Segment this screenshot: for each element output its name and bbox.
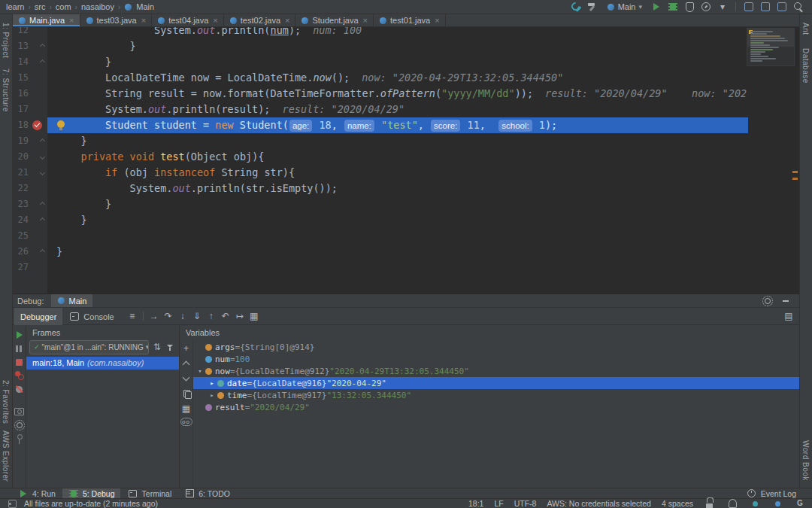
copy-icon[interactable] xyxy=(180,388,192,400)
menu-icon[interactable]: ≡ xyxy=(126,310,138,322)
tool-window-button[interactable]: AWS Explorer xyxy=(2,430,10,482)
breadcrumb-item[interactable]: com xyxy=(56,2,71,11)
fold-marker-icon[interactable] xyxy=(40,154,45,160)
fold-marker-icon[interactable] xyxy=(40,202,45,207)
code-line[interactable]: 27 xyxy=(13,260,799,275)
code-line[interactable]: 19 } xyxy=(13,133,799,149)
pin-icon[interactable] xyxy=(14,433,26,445)
fold-marker-icon[interactable] xyxy=(40,44,45,49)
tool-window-button[interactable]: 2: Favorites xyxy=(2,380,10,424)
show-execution-point-icon[interactable]: → xyxy=(148,310,160,322)
step-out-icon[interactable]: ↑ xyxy=(205,310,217,322)
breadcrumb-item[interactable]: src xyxy=(35,2,46,11)
pause-icon[interactable] xyxy=(14,342,26,354)
toolwindow-switcher-icon[interactable] xyxy=(6,497,18,508)
fold-marker-icon[interactable] xyxy=(40,59,45,65)
tool-window-button[interactable]: 5: Debug xyxy=(62,488,120,498)
tool-window-button[interactable]: 7: Structure xyxy=(2,68,10,112)
status-item[interactable]: 18:1 xyxy=(468,499,483,508)
code-line[interactable]: 14 } xyxy=(13,54,799,70)
force-step-into-icon[interactable]: ⇓ xyxy=(191,310,203,322)
tool-window-button[interactable]: Terminal xyxy=(122,488,177,498)
code-line[interactable]: 13 } xyxy=(13,38,799,54)
ide-tool-icon[interactable] xyxy=(776,1,788,13)
mute-breakpoints-icon[interactable] xyxy=(14,383,26,395)
tab-close-icon[interactable]: × xyxy=(213,16,217,25)
status-item[interactable]: AWS: No credentials selected xyxy=(547,499,651,508)
breakpoint-icon[interactable] xyxy=(32,120,42,130)
code-line[interactable]: 16 String result = now.format(DateTimeFo… xyxy=(13,86,799,102)
variable-row[interactable]: num = 100 xyxy=(193,353,799,365)
debug-bug-icon[interactable] xyxy=(667,1,679,13)
wrench-icon[interactable] xyxy=(570,1,582,13)
view-breakpoints-icon[interactable] xyxy=(14,370,26,382)
run-play-icon[interactable] xyxy=(650,1,662,13)
code-line[interactable]: 26} xyxy=(13,244,799,260)
editor-tab[interactable]: test01.java× xyxy=(374,14,446,26)
indicator-dot-blue[interactable] xyxy=(771,497,783,508)
code-line[interactable]: 24 } xyxy=(13,212,799,228)
breadcrumb-item[interactable]: learn xyxy=(6,2,24,11)
code-line[interactable]: 25 xyxy=(13,228,799,244)
thread-dump-icon[interactable] xyxy=(14,406,26,418)
tool-window-button[interactable]: 6: TODO xyxy=(178,488,235,498)
tool-window-button[interactable]: 4: Run xyxy=(12,488,61,498)
variable-row[interactable]: result = "2020/04/29" xyxy=(193,401,799,413)
tab-close-icon[interactable]: × xyxy=(69,16,74,25)
coverage-icon[interactable] xyxy=(683,1,695,13)
editor-tab[interactable]: Student.java× xyxy=(295,14,374,26)
resume-icon[interactable] xyxy=(14,329,26,341)
chevron-down-icon[interactable] xyxy=(180,373,192,385)
lock-icon[interactable] xyxy=(704,497,716,508)
code-line[interactable]: 23 } xyxy=(13,196,799,212)
fold-marker-icon[interactable] xyxy=(40,217,45,223)
code-line[interactable]: 21 if (obj instanceof String str){ xyxy=(13,165,799,181)
status-item[interactable]: 4 spaces xyxy=(662,499,693,508)
evaluate-expression-icon[interactable]: ▦ xyxy=(248,310,260,322)
minimap[interactable] xyxy=(747,28,795,66)
chevron-up-icon[interactable] xyxy=(180,357,192,370)
tab-close-icon[interactable]: × xyxy=(285,16,289,25)
ide-tool-icon[interactable] xyxy=(743,1,755,13)
code-line[interactable]: 18 Student student = new Student(age: 18… xyxy=(13,117,799,133)
hide-icon[interactable] xyxy=(780,295,792,307)
thread-selector[interactable]: ✓ "main"@1 in ...ain": RUNNING ▾ xyxy=(29,340,149,354)
editor-tab[interactable]: test04.java× xyxy=(152,14,224,26)
profiler-icon[interactable] xyxy=(700,1,712,13)
scrollbar-mark[interactable] xyxy=(792,171,798,173)
code-line[interactable]: 12 System.out.println(num);num: 100 xyxy=(13,27,799,38)
variable-row[interactable]: ▸time = {LocalTime@917} "13:32:05.344450… xyxy=(193,389,799,401)
code-line[interactable]: 17 System.out.println(result);result: "2… xyxy=(13,102,799,117)
drop-frame-icon[interactable]: ↶ xyxy=(220,310,232,322)
fold-marker-icon[interactable] xyxy=(40,138,45,144)
run-config-combo[interactable]: Main ▾ xyxy=(603,1,646,14)
stack-frame-row[interactable]: main:18, Main(com.nasaiboy) xyxy=(26,357,179,370)
code-editor[interactable]: 12 System.out.println(num);num: 10013 }1… xyxy=(13,27,799,294)
sort-icon[interactable]: ⇅ xyxy=(151,341,163,353)
settings-gear-icon[interactable] xyxy=(14,419,26,431)
status-item[interactable]: LF xyxy=(494,499,503,508)
tool-window-button[interactable]: Ant xyxy=(801,23,810,35)
chevron-down-small-icon[interactable]: ▾ xyxy=(717,1,729,13)
editor-tab[interactable]: Main.java× xyxy=(13,14,80,26)
editor-tab[interactable]: test03.java× xyxy=(80,14,153,26)
tab-close-icon[interactable]: × xyxy=(141,16,146,25)
add-watch-icon[interactable]: + xyxy=(180,342,192,354)
expander-icon[interactable]: ▸ xyxy=(208,379,216,387)
expander-icon[interactable]: ▾ xyxy=(196,367,204,375)
editor-tab[interactable]: test02.java× xyxy=(224,14,296,26)
debugger-tab[interactable]: Console xyxy=(62,308,120,325)
settings-gear-icon[interactable] xyxy=(762,295,774,307)
breadcrumb-item[interactable]: Main xyxy=(136,2,154,11)
variable-row[interactable]: ▾now = {LocalDateTime@912} "2020-04-29T1… xyxy=(193,365,799,377)
status-item[interactable]: UTF-8 xyxy=(514,499,537,508)
breadcrumb-item[interactable]: nasaiboy xyxy=(81,2,114,11)
debug-session-tab[interactable]: Main xyxy=(51,294,92,307)
variable-row[interactable]: ▸date = {LocalDate@916} "2020-04-29" xyxy=(193,377,799,389)
hector-icon[interactable] xyxy=(726,497,738,508)
filter-icon[interactable] xyxy=(164,341,176,353)
tab-close-icon[interactable]: × xyxy=(363,16,368,25)
step-over-icon[interactable]: ↷ xyxy=(162,310,174,322)
show-watches-icon[interactable]: oo xyxy=(180,418,192,426)
layout-settings-icon[interactable]: ▤ xyxy=(783,310,795,322)
